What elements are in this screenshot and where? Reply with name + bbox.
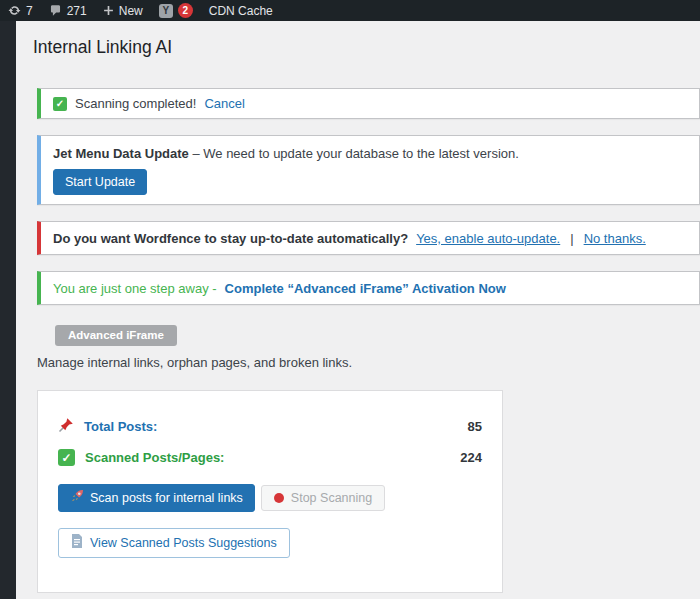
scanned-posts-row: Scanned Posts/Pages: 224 (58, 449, 482, 466)
notices-area: Scanning completed! Cancel Jet Menu Data… (16, 88, 700, 346)
comments-menu[interactable]: 271 (49, 4, 87, 18)
advanced-iframe-badge: Advanced iFrame (55, 325, 177, 346)
comment-icon (49, 4, 62, 17)
scanned-posts-label: Scanned Posts/Pages: (85, 450, 224, 465)
total-posts-label: Total Posts: (84, 419, 157, 434)
updates-count: 7 (26, 4, 33, 18)
jet-menu-notice: Jet Menu Data Update – We need to update… (37, 135, 700, 205)
main-content: Internal Linking AI Scanning completed! … (16, 21, 700, 599)
yoast-notification-badge: 2 (178, 3, 193, 18)
page-description: Manage internal links, orphan pages, and… (37, 355, 700, 370)
update-icon (8, 4, 21, 17)
scan-posts-button[interactable]: Scan posts for internal links (58, 484, 255, 512)
total-posts-row: Total Posts: 85 (58, 417, 482, 436)
cancel-link[interactable]: Cancel (204, 96, 244, 111)
no-thanks-link[interactable]: No thanks. (584, 231, 646, 246)
pushpin-icon (58, 417, 74, 436)
record-dot-icon (274, 493, 284, 503)
scanning-message: Scanning completed! (75, 96, 196, 111)
admin-sidebar-collapsed[interactable] (0, 21, 16, 599)
view-suggestions-button[interactable]: View Scanned Posts Suggestions (58, 528, 290, 558)
total-posts-value: 85 (468, 419, 482, 434)
yoast-seo-icon: Y (159, 4, 173, 18)
updates-menu[interactable]: 7 (8, 4, 33, 18)
new-label: New (119, 4, 143, 18)
scan-buttons-row: Scan posts for internal links Stop Scann… (58, 484, 482, 512)
cdn-cache-menu[interactable]: CDN Cache (209, 4, 273, 18)
admin-bar: 7 271 New Y 2 CDN Cache (0, 0, 700, 21)
scan-posts-label: Scan posts for internal links (90, 490, 243, 506)
rocket-icon (70, 489, 84, 507)
start-update-button[interactable]: Start Update (53, 169, 147, 195)
jet-menu-message: – We need to update your database to the… (189, 146, 519, 161)
plus-icon (103, 5, 114, 16)
wordfence-question: Do you want Wordfence to stay up-to-date… (53, 231, 408, 246)
activation-link[interactable]: Complete “Advanced iFrame” Activation No… (225, 281, 506, 296)
scanned-posts-value: 224 (460, 450, 482, 465)
advanced-iframe-notice: You are just one step away - Complete “A… (37, 271, 700, 305)
yoast-menu[interactable]: Y 2 (159, 3, 193, 18)
view-suggestions-label: View Scanned Posts Suggestions (90, 535, 277, 551)
activation-prefix: You are just one step away - (53, 281, 217, 296)
scan-stats-card: Total Posts: 85 Scanned Posts/Pages: 224… (37, 390, 503, 593)
stop-scanning-button[interactable]: Stop Scanning (261, 485, 385, 511)
scanning-completed-notice: Scanning completed! Cancel (37, 88, 700, 119)
enable-auto-update-link[interactable]: Yes, enable auto-update. (416, 231, 560, 246)
check-icon (53, 97, 67, 111)
comments-count: 271 (67, 4, 87, 18)
link-separator: | (570, 231, 573, 246)
check-icon (58, 449, 75, 466)
new-menu[interactable]: New (103, 4, 143, 18)
view-suggestions-row: View Scanned Posts Suggestions (58, 528, 482, 558)
document-icon (71, 534, 83, 552)
page-title: Internal Linking AI (16, 21, 700, 58)
jet-menu-title: Jet Menu Data Update (53, 146, 189, 161)
stop-scanning-label: Stop Scanning (291, 490, 372, 506)
wordfence-notice: Do you want Wordfence to stay up-to-date… (37, 221, 700, 255)
cdn-cache-label: CDN Cache (209, 4, 273, 18)
